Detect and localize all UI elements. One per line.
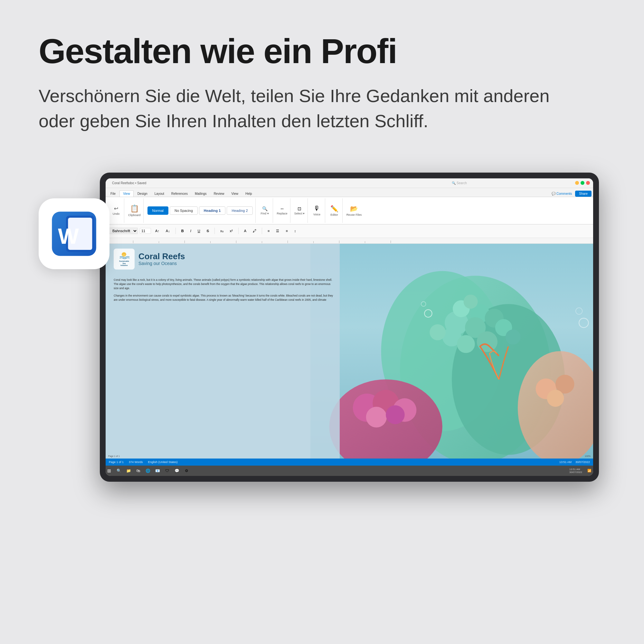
ribbon-toolbar: ↩ Undo 📋 Clipboard Normal No Spacing Hea… [106, 197, 593, 224]
font-grow-button[interactable]: A↑ [153, 228, 162, 234]
taskbar-edge-icon[interactable]: 🌐 [144, 467, 151, 474]
svg-rect-11 [288, 241, 288, 243]
svg-point-46 [122, 252, 126, 257]
title-bar-filename: Coral Reefsdoc • Saved [112, 181, 344, 185]
title-bar: Coral Reefsdoc • Saved 🔍 Search [106, 178, 593, 188]
comments-button[interactable]: 💬 Comments [549, 191, 574, 197]
find-icon[interactable]: 🔍 [262, 206, 268, 211]
svg-point-29 [477, 331, 497, 352]
close-button[interactable] [586, 181, 590, 185]
svg-point-31 [430, 324, 446, 340]
font-select[interactable]: Bahnschrift [109, 228, 138, 234]
taskbar-files-icon[interactable]: 📁 [125, 467, 132, 474]
doc-zoom: 100% [585, 455, 591, 457]
text-color-button[interactable]: A [242, 228, 249, 234]
ribbon-undo-section: ↩ Undo [108, 198, 124, 223]
strikethrough-button[interactable]: S [204, 228, 211, 234]
logo-text: Sustainable Sea Initiative [119, 260, 129, 267]
align-right-button[interactable]: ≡ [283, 228, 290, 234]
taskbar-mail-icon[interactable]: 📧 [154, 467, 161, 474]
separator-1 [175, 228, 176, 234]
style-no-spacing-button[interactable]: No Spacing [170, 206, 198, 215]
bold-button[interactable]: B [179, 228, 186, 234]
reuse-icon[interactable]: 📂 [350, 205, 358, 213]
svg-rect-6 [159, 241, 159, 243]
editor-icon[interactable]: ✏️ [330, 205, 338, 213]
tab-mailings[interactable]: Mailings [192, 191, 210, 197]
underline-button[interactable]: U [195, 228, 203, 234]
replace-icon[interactable]: ↔ [280, 206, 284, 211]
svg-point-41 [547, 390, 564, 407]
tab-design[interactable]: Design [134, 191, 151, 197]
document-area: Sustainable Sea Initiative Coral Reefs S… [106, 244, 593, 459]
format-bar: Bahnschrift A↑ A↓ B I U S x₂ x² A 🖍 [106, 224, 593, 238]
app-device-section: W Coral Reefsdoc • Saved 🔍 Search [39, 173, 605, 482]
svg-point-28 [506, 329, 521, 345]
taskbar-shield-icon[interactable]: 🛡 [164, 467, 171, 474]
line-spacing-button[interactable]: ↕ [292, 228, 298, 234]
svg-point-25 [464, 294, 478, 308]
taskbar-settings-icon[interactable]: ⚙ [183, 467, 190, 474]
tab-layout[interactable]: Layout [151, 191, 167, 197]
doc-left-panel: Sustainable Sea Initiative Coral Reefs S… [106, 244, 340, 459]
taskbar-start-icon[interactable]: ⊞ [106, 467, 113, 474]
maximize-button[interactable] [581, 181, 584, 185]
taskbar-chat-icon[interactable]: 💬 [173, 467, 180, 474]
subscript-button[interactable]: x₂ [218, 228, 226, 234]
window-controls [575, 181, 590, 185]
doc-logo-badge: Sustainable Sea Initiative [114, 249, 135, 270]
taskbar-store-icon[interactable]: 🛍 [135, 467, 142, 474]
select-label: Select ▾ [294, 212, 305, 215]
ruler [106, 238, 593, 244]
share-button[interactable]: Share [575, 191, 592, 197]
doc-paragraph-2: Changes in the environment can cause cor… [114, 294, 333, 302]
svg-rect-5 [133, 241, 133, 243]
taskbar-search-icon[interactable]: 🔍 [115, 467, 122, 474]
undo-icon[interactable]: ↩ [114, 205, 118, 212]
taskbar-clock: 13:51 AM 30/07/2022 [569, 468, 582, 474]
highlight-button[interactable]: 🖍 [251, 228, 259, 234]
dictate-icon[interactable]: 🎙 [314, 205, 320, 212]
editor-label: Editor [330, 213, 338, 216]
status-date: 30/07/2022 [575, 460, 590, 464]
italic-button[interactable]: I [188, 228, 194, 234]
tab-view2[interactable]: View [228, 191, 241, 197]
ribbon-editor-section: ✏️ Editor [327, 198, 343, 223]
search-bar[interactable]: 🔍 Search [344, 181, 575, 185]
select-icon[interactable]: ⊡ [298, 206, 301, 211]
doc-page-number: Page 1 of 1 [108, 455, 120, 457]
doc-subtitle: Saving our Oceans [138, 261, 185, 266]
ribbon-clipboard-section: 📋 Clipboard [126, 198, 144, 223]
font-shrink-button[interactable]: A↓ [164, 228, 172, 234]
tab-view[interactable]: View [119, 190, 134, 197]
ribbon-find-section: 🔍 Find ▾ [257, 198, 273, 223]
word-app-icon[interactable]: W [39, 198, 109, 269]
tab-file[interactable]: File [107, 191, 119, 197]
clipboard-icon[interactable]: 📋 [130, 204, 139, 213]
font-size-input[interactable] [140, 228, 151, 234]
style-heading2-button[interactable]: Heading 2 [227, 206, 252, 215]
separator-4 [262, 228, 262, 234]
ribbon-styles-section: Normal No Spacing Heading 1 Heading 2 [145, 198, 256, 223]
ribbon-replace-section: ↔ Replace [274, 198, 290, 223]
voice-label: Voice [313, 213, 320, 216]
ribbon-dictate-section: 🎙 Voice [309, 198, 325, 223]
doc-body-text: Coral may look like a rock, but it is a … [114, 278, 333, 302]
separator-2 [214, 228, 215, 234]
minimize-button[interactable] [575, 181, 579, 185]
tab-review[interactable]: Review [211, 191, 228, 197]
superscript-button[interactable]: x² [228, 228, 235, 234]
device-screen: Coral Reefsdoc • Saved 🔍 Search File Vie… [106, 178, 593, 476]
svg-rect-15 [391, 241, 391, 243]
svg-rect-10 [262, 241, 262, 243]
status-time: 13:51 AM [559, 460, 572, 464]
align-left-button[interactable]: ≡ [265, 228, 272, 234]
align-center-button[interactable]: ☰ [274, 228, 281, 234]
style-normal-button[interactable]: Normal [147, 206, 168, 215]
svg-point-30 [457, 335, 475, 353]
tab-help[interactable]: Help [242, 191, 255, 197]
style-heading1-button[interactable]: Heading 1 [199, 206, 226, 215]
svg-text:W: W [58, 224, 79, 249]
tab-references[interactable]: References [168, 191, 191, 197]
doc-paragraph-1: Coral may look like a rock, but it is a … [114, 278, 333, 291]
